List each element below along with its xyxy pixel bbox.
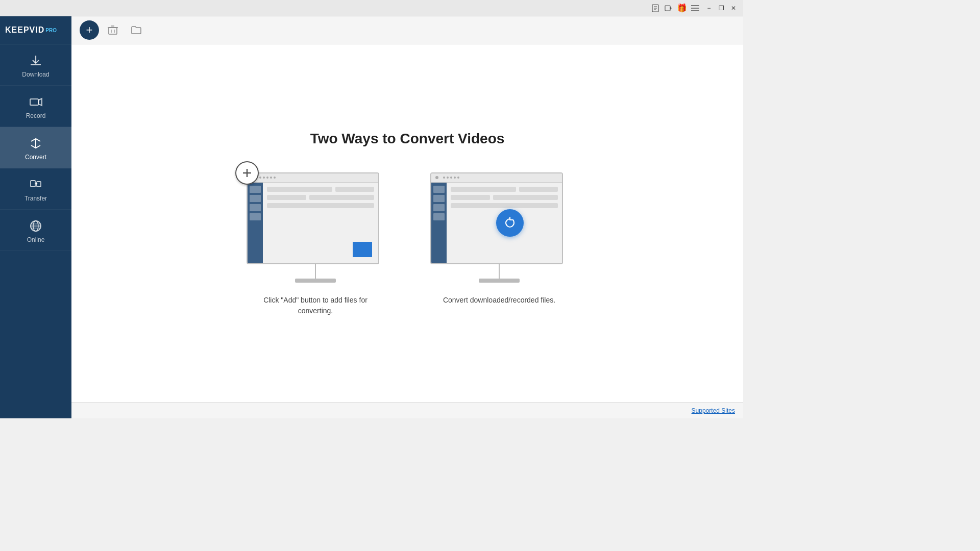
download-icon — [29, 54, 43, 68]
svg-marker-5 — [670, 7, 672, 10]
folder-button[interactable] — [127, 20, 146, 40]
bottom-bar: Supported Sites — [71, 402, 743, 418]
record-icon — [29, 95, 43, 109]
online-icon — [29, 219, 43, 233]
logo-text: KEEPVID — [5, 26, 44, 35]
content-area: Two Ways to Convert Videos — [71, 44, 743, 402]
close-button[interactable]: ✕ — [728, 3, 739, 14]
delete-button[interactable] — [103, 20, 122, 40]
sidebar-item-record[interactable]: Record — [0, 86, 71, 127]
monitor-screen-2 — [430, 172, 563, 264]
monitor-screen-1 — [247, 172, 379, 264]
card-convert-files: Convert downloaded/recorded files. — [428, 172, 571, 306]
transfer-icon — [29, 178, 43, 192]
blue-file-block — [353, 242, 372, 257]
sidebar-item-record-label: Record — [26, 112, 46, 119]
sidebar-item-download[interactable]: Download — [0, 44, 71, 86]
sidebar: KEEPVID PRO Download Record — [0, 16, 71, 418]
gift-icon[interactable]: 🎁 — [677, 3, 687, 13]
app-container: KEEPVID PRO Download Record — [0, 16, 743, 418]
svg-rect-22 — [109, 28, 117, 34]
logo-pro-text: PRO — [45, 28, 57, 33]
convert-overlay-icon — [496, 209, 524, 237]
card-2-description: Convert downloaded/recorded files. — [443, 295, 555, 306]
svg-marker-12 — [39, 98, 42, 106]
notepad-icon[interactable] — [650, 3, 660, 13]
sidebar-item-download-label: Download — [22, 71, 49, 78]
window-controls: − ❐ ✕ — [703, 3, 739, 14]
main-content: + Two Ways to Convert Videos — [71, 16, 743, 418]
title-bar-icons: 🎁 — [650, 3, 700, 13]
add-button[interactable]: + — [80, 20, 99, 40]
page-title: Two Ways to Convert Videos — [310, 131, 505, 147]
sidebar-item-convert[interactable]: Convert — [0, 127, 71, 168]
svg-rect-15 — [37, 182, 41, 187]
sidebar-item-transfer-label: Transfer — [24, 195, 47, 202]
sidebar-logo: KEEPVID PRO — [0, 16, 71, 44]
video-icon[interactable] — [664, 3, 674, 13]
minimize-button[interactable]: − — [703, 3, 715, 14]
menu-icon[interactable] — [690, 3, 700, 13]
restore-button[interactable]: ❐ — [716, 3, 727, 14]
svg-rect-4 — [665, 6, 670, 11]
title-bar: 🎁 − ❐ ✕ — [0, 0, 743, 16]
add-overlay-icon — [235, 161, 259, 185]
card-add-files: Click "Add" button to add files for conv… — [244, 172, 387, 316]
monitor-2 — [430, 172, 568, 285]
sidebar-item-transfer[interactable]: Transfer — [0, 168, 71, 210]
toolbar: + — [71, 16, 743, 44]
svg-rect-11 — [30, 99, 38, 105]
svg-rect-14 — [31, 181, 35, 187]
monitor-1 — [247, 172, 384, 285]
cards-container: Click "Add" button to add files for conv… — [244, 172, 571, 316]
card-1-description: Click "Add" button to add files for conv… — [254, 295, 377, 316]
convert-icon — [29, 136, 43, 151]
sidebar-item-online-label: Online — [27, 236, 45, 243]
sidebar-item-convert-label: Convert — [25, 154, 46, 161]
sidebar-item-online[interactable]: Online — [0, 210, 71, 251]
supported-sites-link[interactable]: Supported Sites — [692, 407, 735, 414]
